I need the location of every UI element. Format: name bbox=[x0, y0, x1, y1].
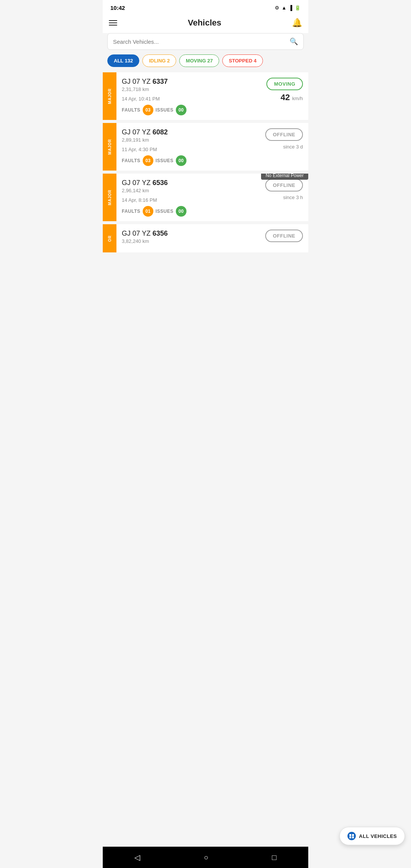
card-accent: MAJOR bbox=[103, 123, 116, 171]
issues-label: ISSUES bbox=[156, 209, 174, 214]
card-accent: MAJOR bbox=[103, 72, 116, 120]
issues-badge: 00 bbox=[176, 206, 186, 217]
vehicle-name: GJ 07 YZ 6356 bbox=[122, 230, 250, 238]
vehicle-card[interactable]: MAJOR GJ 07 YZ 6082 2,89,191 km 11 Apr, … bbox=[103, 123, 308, 171]
filter-all[interactable]: ALL 132 bbox=[107, 54, 139, 67]
vehicle-name: GJ 07 YZ 6082 bbox=[122, 128, 250, 136]
filter-tabs: ALL 132 IDLING 2 MOVING 27 STOPPED 4 bbox=[103, 54, 308, 72]
filter-moving[interactable]: MOVING 27 bbox=[179, 54, 219, 67]
battery-icon: 🔋 bbox=[295, 5, 301, 11]
filter-idling[interactable]: IDLING 2 bbox=[142, 54, 176, 67]
settings-icon: ⚙ bbox=[275, 5, 279, 11]
status-time: 10:42 bbox=[110, 5, 125, 11]
faults-label: FAULTS bbox=[122, 158, 140, 163]
since-text: since 3 h bbox=[283, 195, 303, 200]
vehicle-km: 2,89,191 km bbox=[122, 137, 250, 143]
card-body: GJ 07 YZ 6337 2,31,718 km 14 Apr, 10:41 … bbox=[116, 72, 255, 120]
search-bar[interactable]: 🔍 bbox=[107, 33, 304, 50]
card-body: GJ 07 YZ 6536 2,96,142 km 14 Apr, 8:16 P… bbox=[116, 174, 255, 221]
accent-label: MAJOR bbox=[108, 190, 112, 205]
card-right: MOVING 42 km/h bbox=[255, 72, 308, 120]
search-input[interactable] bbox=[113, 38, 290, 45]
issues-badge: 00 bbox=[176, 155, 186, 166]
vehicle-name: GJ 07 YZ 6337 bbox=[122, 78, 250, 86]
card-right: OFFLINE since 3 h bbox=[255, 174, 308, 221]
signal-icon: ▐ bbox=[289, 5, 292, 11]
card-right: OFFLINE since 3 d bbox=[255, 123, 308, 171]
vehicle-km: 2,96,142 km bbox=[122, 188, 250, 193]
search-icon: 🔍 bbox=[290, 37, 298, 46]
issues-label: ISSUES bbox=[156, 158, 174, 163]
since-text: since 3 d bbox=[283, 144, 303, 150]
vehicle-date: 14 Apr, 10:41 PM bbox=[122, 96, 250, 102]
filter-stopped[interactable]: STOPPED 4 bbox=[222, 54, 263, 67]
vehicle-card[interactable]: MAJOR GJ 07 YZ 6337 2,31,718 km 14 Apr, … bbox=[103, 72, 308, 120]
vehicle-km: 3,82,240 km bbox=[122, 238, 250, 244]
faults-badge: 01 bbox=[143, 206, 153, 217]
status-badge: OFFLINE bbox=[265, 179, 303, 191]
faults-badge: 03 bbox=[143, 105, 153, 115]
faults-badge: 03 bbox=[143, 155, 153, 166]
card-body: GJ 07 YZ 6356 3,82,240 km bbox=[116, 224, 255, 252]
vehicle-card[interactable]: OR GJ 07 YZ 6356 3,82,240 km OFFLINE bbox=[103, 224, 308, 252]
vehicle-date: 14 Apr, 8:16 PM bbox=[122, 197, 250, 203]
header-icons: 🔔 bbox=[292, 18, 302, 28]
faults-row: FAULTS 03 ISSUES 00 bbox=[122, 105, 250, 115]
accent-label: MAJOR bbox=[108, 139, 112, 155]
vehicle-date: 11 Apr, 4:30 PM bbox=[122, 147, 250, 152]
vehicles-list: MAJOR GJ 07 YZ 6337 2,31,718 km 14 Apr, … bbox=[103, 72, 308, 255]
notification-icon[interactable]: 🔔 bbox=[292, 18, 302, 28]
speed-value: 42 km/h bbox=[280, 93, 303, 102]
vehicle-name: GJ 07 YZ 6536 bbox=[122, 179, 250, 187]
status-badge: OFFLINE bbox=[265, 128, 303, 141]
status-bar: 10:42 ⚙ ▲ ▐ 🔋 bbox=[103, 0, 308, 14]
menu-button[interactable] bbox=[109, 20, 117, 26]
vehicle-card[interactable]: No External Power MAJOR GJ 07 YZ 6536 2,… bbox=[103, 174, 308, 221]
accent-label: OR bbox=[108, 235, 112, 242]
issues-label: ISSUES bbox=[156, 107, 174, 113]
page-title: Vehicles bbox=[188, 18, 221, 28]
status-icons: ⚙ ▲ ▐ 🔋 bbox=[275, 5, 301, 11]
faults-label: FAULTS bbox=[122, 107, 140, 113]
card-accent: OR bbox=[103, 224, 116, 252]
wifi-icon: ▲ bbox=[282, 5, 287, 11]
status-badge: OFFLINE bbox=[265, 230, 303, 242]
faults-label: FAULTS bbox=[122, 209, 140, 214]
app-header: Vehicles 🔔 bbox=[103, 14, 308, 33]
card-accent: MAJOR bbox=[103, 174, 116, 221]
card-body: GJ 07 YZ 6082 2,89,191 km 11 Apr, 4:30 P… bbox=[116, 123, 255, 171]
tooltip-no-external-power: No External Power bbox=[261, 174, 308, 180]
faults-row: FAULTS 03 ISSUES 00 bbox=[122, 155, 250, 166]
status-badge: MOVING bbox=[266, 78, 303, 90]
accent-label: MAJOR bbox=[108, 88, 112, 104]
faults-row: FAULTS 01 ISSUES 00 bbox=[122, 206, 250, 217]
card-right: OFFLINE bbox=[255, 224, 308, 252]
issues-badge: 00 bbox=[176, 105, 186, 115]
vehicle-km: 2,31,718 km bbox=[122, 86, 250, 92]
